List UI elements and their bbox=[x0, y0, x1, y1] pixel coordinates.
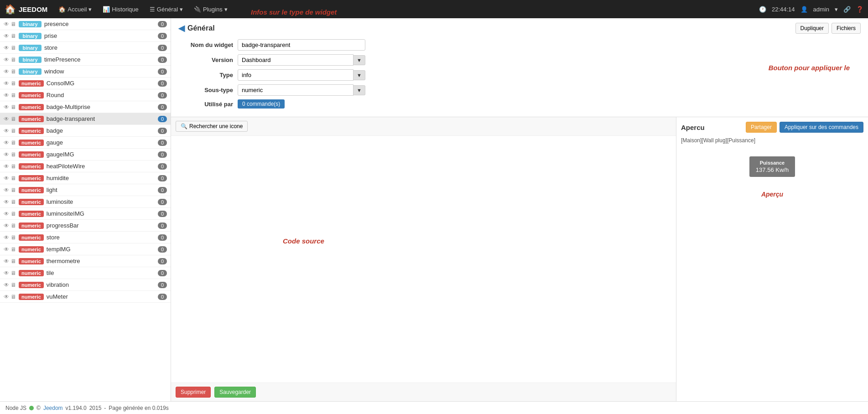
monitor-icon[interactable]: 🖥 bbox=[10, 92, 16, 98]
monitor-icon[interactable]: 🖥 bbox=[10, 234, 16, 241]
eye-icon[interactable]: 👁 bbox=[4, 294, 9, 300]
eye-icon[interactable]: 👁 bbox=[4, 104, 9, 110]
monitor-icon[interactable]: 🖥 bbox=[10, 33, 16, 39]
monitor-icon[interactable]: 🖥 bbox=[10, 270, 16, 276]
sidebar-item[interactable]: 👁🖥numericConsolMG0 bbox=[0, 78, 171, 89]
eye-icon[interactable]: 👁 bbox=[4, 80, 9, 87]
sidebar-item[interactable]: 👁🖥numericvuMeter0 bbox=[0, 291, 171, 303]
help-icon[interactable]: ❓ bbox=[856, 6, 863, 13]
sidebar-item[interactable]: 👁🖥binarypresence0 bbox=[0, 18, 171, 30]
search-icon-button[interactable]: 🔍 Rechercher une icone bbox=[176, 121, 248, 132]
monitor-icon[interactable]: 🖥 bbox=[10, 21, 16, 27]
eye-icon[interactable]: 👁 bbox=[4, 270, 9, 276]
sidebar-item[interactable]: 👁🖥binarytimePresence0 bbox=[0, 54, 171, 66]
eye-icon[interactable]: 👁 bbox=[4, 21, 9, 27]
sidebar-item[interactable]: 👁🖥numericluminosite0 bbox=[0, 196, 171, 208]
nav-plugins[interactable]: 🔌 Plugins ▾ bbox=[189, 3, 232, 16]
eye-icon[interactable]: 👁 bbox=[4, 151, 9, 158]
eye-icon[interactable]: 👁 bbox=[4, 199, 9, 205]
eye-icon[interactable]: 👁 bbox=[4, 211, 9, 217]
monitor-icon[interactable]: 🖥 bbox=[10, 282, 16, 288]
sidebar-item[interactable]: 👁🖥numericvibration0 bbox=[0, 279, 171, 291]
monitor-icon[interactable]: 🖥 bbox=[10, 80, 16, 87]
monitor-icon[interactable]: 🖥 bbox=[10, 246, 16, 253]
monitor-icon[interactable]: 🖥 bbox=[10, 163, 16, 170]
utilisé-count[interactable]: 0 commande(s) bbox=[238, 99, 285, 109]
sidebar-item[interactable]: 👁🖥numericthermometre0 bbox=[0, 255, 171, 267]
monitor-icon[interactable]: 🖥 bbox=[10, 151, 16, 158]
eye-icon[interactable]: 👁 bbox=[4, 246, 9, 253]
chevron-down-icon: ▾ bbox=[88, 6, 92, 13]
soustype-select[interactable]: numeric bbox=[238, 84, 353, 96]
sidebar-item[interactable]: 👁🖥binaryprise0 bbox=[0, 30, 171, 42]
monitor-icon[interactable]: 🖥 bbox=[10, 68, 16, 75]
sidebar-item[interactable]: 👁🖥numericRound0 bbox=[0, 89, 171, 101]
monitor-icon[interactable]: 🖥 bbox=[10, 258, 16, 264]
eye-icon[interactable]: 👁 bbox=[4, 92, 9, 98]
monitor-icon[interactable]: 🖥 bbox=[10, 104, 16, 110]
monitor-icon[interactable]: 🖥 bbox=[10, 211, 16, 217]
sidebar-item[interactable]: 👁🖥numericlight0 bbox=[0, 184, 171, 196]
dupliquer-button[interactable]: Dupliquer bbox=[795, 23, 829, 34]
fichiers-button[interactable]: Fichiers bbox=[832, 23, 861, 34]
sidebar-item[interactable]: 👁🖥numericprogressBar0 bbox=[0, 220, 171, 232]
monitor-icon[interactable]: 🖥 bbox=[10, 294, 16, 300]
sidebar-item[interactable]: 👁🖥numericbadge0 bbox=[0, 125, 171, 137]
jeedom-link[interactable]: Jeedom bbox=[43, 405, 63, 411]
monitor-icon[interactable]: 🖥 bbox=[10, 187, 16, 193]
eye-icon[interactable]: 👁 bbox=[4, 116, 9, 122]
appliquer-button[interactable]: Appliquer sur des commandes bbox=[780, 122, 863, 133]
monitor-icon[interactable]: 🖥 bbox=[10, 140, 16, 146]
eye-icon[interactable]: 👁 bbox=[4, 140, 9, 146]
partager-button[interactable]: Partager bbox=[746, 122, 777, 133]
eye-icon[interactable]: 👁 bbox=[4, 223, 9, 229]
soustype-select-arrow[interactable]: ▼ bbox=[353, 85, 365, 95]
eye-icon[interactable]: 👁 bbox=[4, 175, 9, 181]
eye-icon[interactable]: 👁 bbox=[4, 234, 9, 241]
monitor-icon[interactable]: 🖥 bbox=[10, 45, 16, 51]
eye-icon[interactable]: 👁 bbox=[4, 187, 9, 193]
sidebar-item[interactable]: 👁🖥numericgaugeIMG0 bbox=[0, 149, 171, 160]
eye-icon[interactable]: 👁 bbox=[4, 163, 9, 170]
monitor-icon[interactable]: 🖥 bbox=[10, 57, 16, 63]
sidebar-item[interactable]: 👁🖥numerichumidite0 bbox=[0, 172, 171, 184]
type-select[interactable]: info bbox=[238, 69, 353, 81]
sidebar-item[interactable]: 👁🖥binarywindow0 bbox=[0, 66, 171, 78]
version-select-arrow[interactable]: ▼ bbox=[353, 55, 365, 65]
monitor-icon[interactable]: 🖥 bbox=[10, 223, 16, 229]
nav-accueil[interactable]: 🏠 Accueil ▾ bbox=[54, 3, 96, 16]
sidebar-item[interactable]: 👁🖥numericluminositeIMG0 bbox=[0, 208, 171, 220]
widget-name-input[interactable] bbox=[238, 39, 365, 51]
sidebar-item[interactable]: 👁🖥numerictemplMG0 bbox=[0, 243, 171, 255]
supprimer-button[interactable]: Supprimer bbox=[176, 387, 211, 398]
network-icon[interactable]: 🔗 bbox=[843, 6, 851, 13]
eye-icon[interactable]: 👁 bbox=[4, 45, 9, 51]
eye-icon[interactable]: 👁 bbox=[4, 282, 9, 288]
eye-icon[interactable]: 👁 bbox=[4, 128, 9, 134]
user-label: admin bbox=[813, 6, 829, 13]
sidebar-item[interactable]: 👁🖥binarystore0 bbox=[0, 42, 171, 54]
nav-historique[interactable]: 📊 Historique bbox=[98, 3, 143, 16]
sidebar-item[interactable]: 👁🖥numericbadge-transparent0 bbox=[0, 113, 171, 125]
eye-icon[interactable]: 👁 bbox=[4, 68, 9, 75]
eye-icon[interactable]: 👁 bbox=[4, 258, 9, 264]
sidebar-item[interactable]: 👁🖥numericheatPiloteWire0 bbox=[0, 160, 171, 172]
version-select[interactable]: Dashboard bbox=[238, 54, 353, 66]
eye-icon[interactable]: 👁 bbox=[4, 57, 9, 63]
monitor-icon[interactable]: 🖥 bbox=[10, 175, 16, 181]
type-select-arrow[interactable]: ▼ bbox=[353, 70, 365, 80]
nav-general[interactable]: ☰ Général ▾ bbox=[145, 3, 187, 16]
monitor-icon[interactable]: 🖥 bbox=[10, 199, 16, 205]
eye-icon[interactable]: 👁 bbox=[4, 33, 9, 39]
monitor-icon[interactable]: 🖥 bbox=[10, 128, 16, 134]
sidebar-item[interactable]: 👁🖥numericgauge0 bbox=[0, 137, 171, 149]
sauvegarder-button[interactable]: Sauvegarder bbox=[214, 387, 256, 398]
code-editor[interactable] bbox=[171, 136, 676, 383]
user-icon[interactable]: 👤 bbox=[800, 6, 808, 13]
back-arrow-icon[interactable]: ◀ bbox=[178, 23, 185, 33]
sidebar-item[interactable]: 👁🖥numerictile0 bbox=[0, 267, 171, 279]
sidebar-item-icons: 👁🖥 bbox=[4, 211, 16, 217]
sidebar-item[interactable]: 👁🖥numericbadge-Multiprise0 bbox=[0, 101, 171, 113]
monitor-icon[interactable]: 🖥 bbox=[10, 116, 16, 122]
sidebar-item[interactable]: 👁🖥numericstore0 bbox=[0, 232, 171, 243]
